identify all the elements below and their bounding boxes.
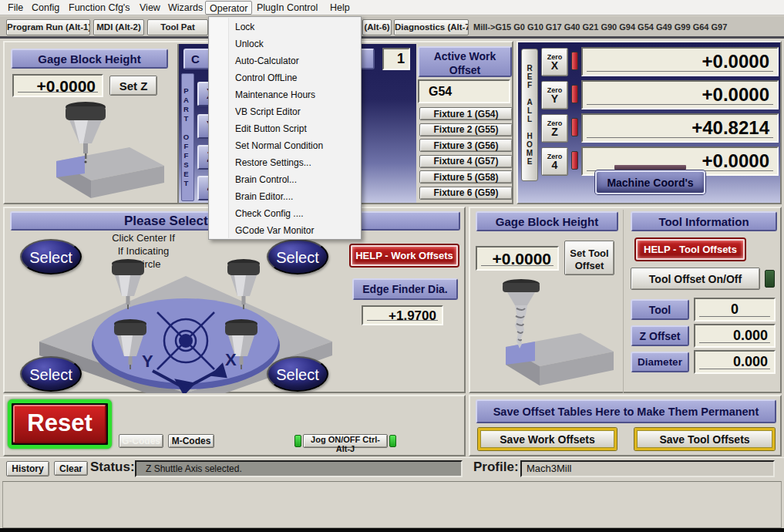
gcodes-button[interactable]: G-Codes: [119, 434, 163, 448]
menu-item-vb-script-editor[interactable]: VB Script Editor: [209, 103, 361, 120]
diameter-dro[interactable]: 0.000: [694, 350, 776, 374]
menu-item-control-offline[interactable]: Control OffLine: [209, 69, 361, 86]
menu-item-restore-settings[interactable]: Restore Settings...: [209, 154, 361, 171]
mcodes-button[interactable]: M-Codes: [168, 434, 214, 448]
bottom-tray: [2, 481, 782, 528]
machine-coords-button[interactable]: Machine Coord's: [595, 170, 705, 194]
status-bar: History Clear Status: Z Shuttle Axis sel…: [0, 457, 784, 480]
ref-all-home-button[interactable]: REF ALL HOME: [521, 49, 538, 181]
tool-offset-on-off-button[interactable]: Tool Offset On/Off: [631, 268, 760, 290]
menu-item-lock[interactable]: Lock: [209, 19, 361, 35]
4-home-led: [571, 151, 578, 170]
part-offset-count-dro[interactable]: 1: [382, 48, 410, 70]
edge-finder-value: +1.9700: [389, 308, 436, 323]
tool-number-dro[interactable]: 0: [694, 298, 776, 322]
zero-axis-letter: 4: [542, 159, 567, 171]
menu-wizards[interactable]: Wizards: [164, 1, 207, 15]
tab-program-run[interactable]: Program Run (Alt-1): [6, 19, 90, 35]
zero-y-button[interactable]: Zero Y: [541, 81, 568, 109]
menu-item-maintenance-hours[interactable]: Maintenance Hours: [209, 86, 361, 103]
tool-information-title: Tool Information: [631, 211, 777, 231]
x-axis-dro[interactable]: +0.0000: [581, 47, 779, 76]
reset-label: Reset: [13, 405, 106, 443]
set-tool-offset-button[interactable]: Set Tool Offset: [564, 241, 614, 275]
menu-file[interactable]: File: [4, 1, 27, 15]
menu-item-unlock[interactable]: Unlock: [209, 35, 361, 52]
menu-item-set-normal-condition[interactable]: Set Normal Condition: [209, 137, 361, 154]
status-label: Status:: [90, 460, 135, 475]
tool-offset-led: [765, 270, 775, 288]
screen-tab-bar: Program Run (Alt-1) MDI (Alt-2) Tool Pat…: [0, 16, 784, 39]
tab-mdi[interactable]: MDI (Alt-2): [93, 19, 144, 35]
jog-led-right: [389, 435, 396, 447]
menu-item-gcode-var-monitor[interactable]: GCode Var Monitor: [209, 222, 361, 239]
drill-over-block-graphic: [476, 279, 617, 389]
select-bottom-left-button[interactable]: Select: [20, 356, 82, 392]
menu-item-brain-control[interactable]: Brain Control...: [209, 171, 361, 188]
status-field: Z Shuttle Axis selected.: [135, 460, 463, 477]
y-axis-value: +0.0000: [702, 84, 769, 105]
edge-finder-dia-title: Edge Finder Dia.: [352, 278, 458, 300]
select-top-left-button[interactable]: Select: [20, 239, 82, 274]
fixture-6-button[interactable]: Fixture 6 (G59): [419, 187, 513, 200]
menu-config[interactable]: Config: [28, 1, 63, 15]
save-tool-offsets-button[interactable]: Save Tool Offsets: [634, 428, 775, 450]
z-offset-value: 0.000: [733, 328, 768, 343]
z-axis-dro[interactable]: +40.8214: [581, 113, 779, 143]
diameter-value: 0.000: [733, 354, 768, 369]
jog-on-off-button[interactable]: Jog ON/OFF Ctrl-Alt-J: [303, 434, 388, 448]
menu-operator[interactable]: Operator: [205, 1, 252, 15]
active-work-offset-dro[interactable]: G54: [418, 79, 510, 103]
menu-bar: File Config Function Cfg's View Wizards …: [0, 0, 784, 15]
help-tool-offsets-button[interactable]: HELP - Tool Offsets: [636, 239, 745, 260]
tab-diagnostics[interactable]: Diagnostics (Alt-7): [394, 19, 469, 35]
tool-offsets-panel: Gage Block Height +0.0000 Set Tool Offse…: [469, 207, 782, 393]
save-offsets-title: Save Offset Tables Here to Make Them Per…: [476, 399, 776, 423]
y-home-led: [571, 85, 578, 103]
save-work-offsets-button[interactable]: Save Work Offsets: [478, 428, 617, 450]
z-axis-value: +40.8214: [691, 117, 769, 138]
menu-item-auto-calculator[interactable]: Auto-Calculator: [209, 52, 361, 69]
help-work-offsets-button[interactable]: HELP - Work Offsets: [351, 245, 458, 266]
menu-item-edit-button-script[interactable]: Edit Button Script: [209, 120, 361, 137]
menu-function-cfgs[interactable]: Function Cfg's: [65, 1, 134, 15]
tab-settings[interactable]: (Alt-6): [362, 19, 392, 35]
probe-over-block-graphic: [14, 101, 168, 200]
4-axis-value: +0.0000: [702, 150, 769, 171]
zero-x-button[interactable]: Zero X: [541, 48, 568, 76]
z-offset-label: Z Offset: [631, 325, 689, 346]
panel-divider: [623, 210, 624, 393]
fixture-4-button[interactable]: Fixture 4 (G57): [419, 155, 513, 168]
set-z-button[interactable]: Set Z: [109, 76, 157, 96]
menu-item-brain-editor[interactable]: Brain Editor....: [209, 188, 361, 205]
select-bottom-right-button[interactable]: Select: [267, 356, 328, 392]
edge-finder-dia-dro[interactable]: +1.9700: [362, 305, 443, 325]
fixture-5-button[interactable]: Fixture 5 (G58): [419, 170, 513, 184]
gage-block-left-dro[interactable]: +0.0000: [12, 74, 103, 97]
z-offset-dro[interactable]: 0.000: [694, 324, 776, 348]
axis-dro-panel: REF ALL HOME Zero X +0.0000 Zero Y +0.00…: [516, 41, 782, 204]
gage-block-right-dro[interactable]: +0.0000: [476, 246, 559, 271]
fixture-3-button[interactable]: Fixture 3 (G56): [419, 139, 513, 152]
zero-4-button[interactable]: Zero 4: [541, 147, 568, 176]
y-axis-dro[interactable]: +0.0000: [581, 80, 779, 109]
tool-number-value: 0: [731, 301, 739, 317]
z-home-led: [571, 118, 578, 136]
profile-field: Mach3Mill: [520, 460, 775, 477]
fixture-1-button[interactable]: Fixture 1 (G54): [419, 107, 513, 120]
window-bottom-edge: [0, 528, 784, 532]
clear-button[interactable]: Clear: [54, 461, 88, 476]
menu-view[interactable]: View: [136, 1, 164, 15]
tab-tool-path[interactable]: Tool Pat: [147, 19, 208, 35]
part-offset-vertical-label: PART OFFSET: [181, 73, 194, 201]
menu-item-check-config[interactable]: Check Config ....: [209, 205, 361, 222]
select-top-right-button[interactable]: Select: [267, 239, 328, 274]
menu-help[interactable]: Help: [326, 1, 354, 15]
history-button[interactable]: History: [6, 461, 49, 476]
jog-led-left: [294, 435, 301, 447]
fixture-2-button[interactable]: Fixture 2 (G55): [419, 123, 513, 136]
menu-plugin-control[interactable]: PlugIn Control: [253, 1, 321, 15]
diameter-label: Diameter: [631, 352, 689, 372]
reset-button[interactable]: Reset: [8, 399, 112, 449]
zero-z-button[interactable]: Zero Z: [541, 114, 568, 143]
